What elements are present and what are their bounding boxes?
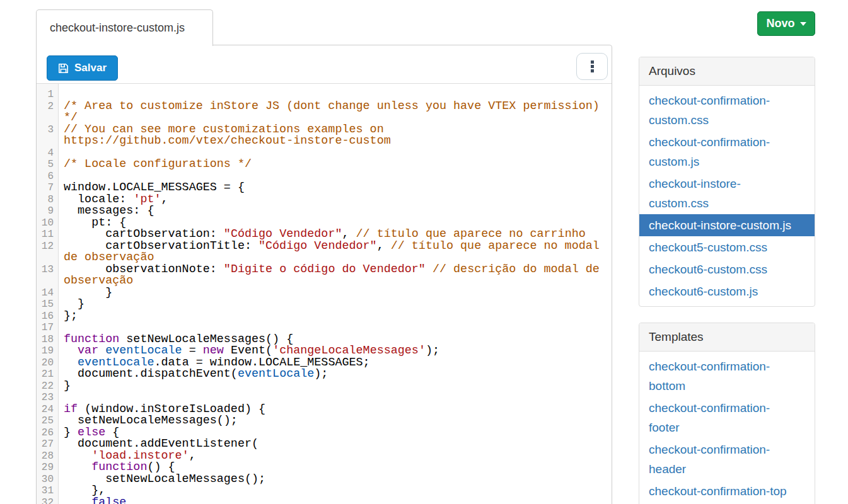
files-panel: Arquivos checkout-confirmation-custom.cs… <box>639 57 815 307</box>
template-item[interactable]: checkout-confirmation-header <box>639 438 815 480</box>
code-line: 32 false <box>37 497 612 504</box>
code-lines: 12/* Area to customize inStore JS (dont … <box>37 89 612 504</box>
line-number: 24 <box>37 404 59 416</box>
file-item[interactable]: checkout6-custom.css <box>639 258 815 280</box>
code-line: 22} <box>37 381 612 392</box>
code-editor[interactable]: 12/* Area to customize inStore JS (dont … <box>37 84 612 504</box>
line-number: 2 <box>37 101 59 113</box>
code-line: 12 cartObservationTitle: "Código Vendedo… <box>37 241 612 264</box>
file-tab-label: checkout-instore-custom.js <box>50 21 185 35</box>
code-line: 3// You can see more customizations exam… <box>37 124 612 147</box>
code-line: 5/* Locale configurations */ <box>37 159 612 171</box>
line-number: 1 <box>37 89 59 101</box>
code-line: 13 observationNote: "Digite o código do … <box>37 264 612 287</box>
line-number: 19 <box>37 345 59 357</box>
templates-panel-header: Templates <box>639 323 815 352</box>
line-number: 12 <box>37 241 59 253</box>
code-line: 2/* Area to customize inStore JS (dont c… <box>37 101 612 124</box>
line-number: 9 <box>37 205 59 217</box>
line-number: 27 <box>37 438 59 450</box>
line-number: 20 <box>37 357 59 369</box>
line-number: 13 <box>37 264 59 276</box>
code-text[interactable]: messages: { <box>64 205 610 217</box>
save-button[interactable]: Salvar <box>47 55 118 81</box>
line-number: 28 <box>37 450 59 462</box>
file-item[interactable]: checkout-confirmation-custom.js <box>639 131 815 173</box>
editor-toolbar: Salvar <box>37 45 612 84</box>
files-panel-header: Arquivos <box>639 57 815 86</box>
code-line: 25 setNewLocaleMessages(); <box>37 415 612 427</box>
line-number: 7 <box>37 182 59 194</box>
line-number: 29 <box>37 462 59 474</box>
file-tab[interactable]: checkout-instore-custom.js <box>36 9 213 46</box>
code-text[interactable]: } <box>64 287 610 299</box>
code-text[interactable]: setNewLocaleMessages(); <box>64 415 610 427</box>
line-number: 25 <box>37 415 59 427</box>
file-item[interactable]: checkout5-custom.css <box>639 236 815 258</box>
line-number: 18 <box>37 334 59 346</box>
line-number: 6 <box>37 171 59 183</box>
new-file-button[interactable]: Novo <box>757 11 815 36</box>
line-number: 23 <box>37 392 59 404</box>
code-text[interactable]: observationNote: "Digite o código do Ven… <box>64 264 610 287</box>
app-root: { "file_tab": { "title": "checkout-insto… <box>0 0 848 504</box>
line-number: 11 <box>37 229 59 241</box>
kebab-menu-icon <box>591 60 594 64</box>
code-line: 16}; <box>37 311 612 323</box>
line-number: 5 <box>37 159 59 171</box>
line-number: 26 <box>37 427 59 439</box>
line-number: 14 <box>37 287 59 299</box>
code-text[interactable]: document.dispatchEvent(eventLocale); <box>64 369 610 381</box>
new-file-button-label: Novo <box>767 17 795 30</box>
line-number: 3 <box>37 124 59 136</box>
file-item[interactable]: checkout-confirmation-custom.css <box>639 89 815 131</box>
templates-list: checkout-confirmation-bottomcheckout-con… <box>639 352 815 504</box>
code-text[interactable]: cartObservationTitle: "Código Vendedor",… <box>64 241 610 264</box>
line-number: 22 <box>37 381 59 392</box>
code-text[interactable]: /* Locale configurations */ <box>64 159 610 171</box>
code-line: 15 } <box>37 299 612 311</box>
file-item[interactable]: checkout-instore-custom.css <box>639 173 815 214</box>
line-number: 17 <box>37 322 59 334</box>
code-text[interactable]: } <box>64 299 610 311</box>
file-item[interactable]: checkout-instore-custom.js <box>639 214 815 236</box>
line-number: 15 <box>37 299 59 311</box>
template-item[interactable]: checkout-confirmation-top <box>639 480 815 502</box>
template-item[interactable]: checkout-confirmation-footer <box>639 397 815 438</box>
line-number: 10 <box>37 217 59 229</box>
save-button-label: Salvar <box>74 62 107 74</box>
code-text[interactable]: setNewLocaleMessages(); <box>64 474 610 486</box>
line-number: 16 <box>37 311 59 323</box>
floppy-disk-icon <box>58 63 69 74</box>
line-number: 30 <box>37 474 59 486</box>
line-number: 31 <box>37 485 59 497</box>
editor-panel: Salvar 12/* Area to customize inStore JS… <box>36 45 612 504</box>
kebab-menu-button[interactable] <box>576 53 608 80</box>
code-text[interactable]: /* Area to customize inStore JS (dont ch… <box>64 101 610 124</box>
code-line: 21 document.dispatchEvent(eventLocale); <box>37 369 612 381</box>
caret-down-icon <box>800 22 806 26</box>
templates-panel: Templates checkout-confirmation-bottomch… <box>639 323 815 504</box>
line-number: 21 <box>37 369 59 381</box>
line-number: 4 <box>37 147 59 159</box>
files-list: checkout-confirmation-custom.csscheckout… <box>639 86 815 306</box>
code-line: 30 setNewLocaleMessages(); <box>37 474 612 486</box>
code-text[interactable]: }, <box>64 485 610 497</box>
line-number: 32 <box>37 497 59 504</box>
code-text[interactable]: false <box>64 497 610 504</box>
line-number: 8 <box>37 194 59 206</box>
code-text[interactable]: // You can see more customizations examp… <box>64 124 610 147</box>
code-text[interactable]: } <box>64 381 610 392</box>
code-line: 14 } <box>37 287 612 299</box>
file-item[interactable]: checkout6-custom.js <box>639 280 815 302</box>
code-text[interactable]: }; <box>64 311 610 323</box>
template-item[interactable]: checkout-confirmation-bottom <box>639 355 815 397</box>
